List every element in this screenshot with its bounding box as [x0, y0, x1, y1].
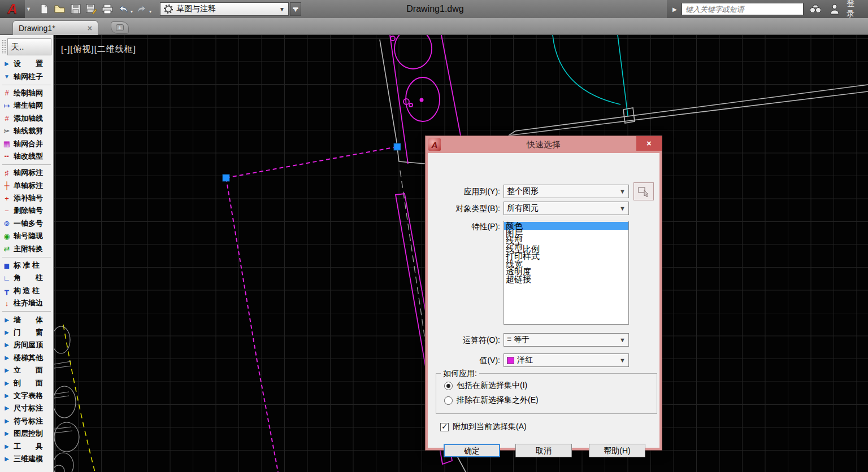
tab-close-icon[interactable]: ×	[88, 24, 92, 33]
sidebar-group-expand-down-arrow[interactable]: ▼轴网柱子	[0, 70, 53, 82]
binoculars-icon	[809, 4, 822, 14]
sidebar-item-corner-column[interactable]: ∟角 柱	[0, 272, 53, 284]
undo-history-caret[interactable]: ▾	[131, 9, 133, 14]
selected-dashed-polyline[interactable]	[226, 178, 278, 472]
sidebar-item-construction-column[interactable]: ┳构 造 柱	[0, 285, 53, 297]
sidebar-item-single-axis-dimension[interactable]: ┼单轴标注	[0, 180, 53, 192]
select-objects-button[interactable]	[633, 182, 654, 200]
new-tab-button[interactable]: +	[111, 21, 129, 34]
property-option[interactable]: 颜色	[504, 222, 628, 230]
undo-arrow-icon	[118, 4, 129, 14]
checkbox-icon[interactable]	[440, 423, 449, 431]
append-selection-label: 附加到当前选择集(A)	[453, 422, 527, 432]
plant-lines	[54, 392, 69, 398]
app-menu-button[interactable]: A	[0, 0, 25, 18]
sidebar-item-primary-secondary-convert[interactable]: ⇄主附转换	[0, 242, 53, 255]
save-as-button[interactable]	[84, 2, 99, 16]
wall-hidden-line	[400, 171, 428, 362]
object-type-combo[interactable]: 所有图元 ▼	[504, 202, 629, 215]
save-as-icon	[86, 4, 97, 14]
object-type-label: 对象类型(B):	[431, 202, 500, 215]
sidebar-item-label: 三维建模	[14, 454, 43, 464]
property-option[interactable]: 图层	[504, 230, 628, 238]
palette-grip-icon[interactable]	[2, 40, 6, 54]
open-file-button[interactable]	[53, 2, 67, 16]
sidebar-item-axis-number-visibility[interactable]: ◉轴号隐现	[0, 230, 53, 242]
cancel-button[interactable]: 取消	[515, 444, 572, 457]
sidebar-item-clip-axis-line[interactable]: ✂轴线裁剪	[0, 125, 53, 137]
sidebar-item-wall-generate-grid[interactable]: ↦墙生轴网	[0, 99, 53, 112]
how-apply-option[interactable]: 包括在新选择集中(I)	[444, 381, 527, 391]
tab-drawing1[interactable]: Drawing1* ×	[12, 20, 98, 35]
sidebar-group-expand-right-arrow[interactable]: ▶符号标注	[0, 415, 53, 427]
sidebar-item-delete-axis-number[interactable]: −删除轴号	[0, 204, 53, 217]
account-button[interactable]	[827, 2, 842, 16]
sidebar-group-expand-right-arrow[interactable]: ▶文字表格	[0, 390, 53, 402]
grip-handle[interactable]	[394, 143, 401, 150]
sidebar-item-draw-axis-grid[interactable]: #绘制轴网	[0, 87, 53, 99]
search-button[interactable]	[808, 2, 823, 16]
sidebar-group-expand-right-arrow[interactable]: ▶立 面	[0, 364, 53, 377]
help-button[interactable]: 帮助(H)	[589, 444, 645, 457]
sidebar-group-expand-right-arrow[interactable]: ▶尺寸标注	[0, 402, 53, 414]
sidebar-item-add-axis-number[interactable]: +添补轴号	[0, 192, 53, 204]
append-selection-checkbox-row[interactable]: 附加到当前选择集(A)	[440, 422, 527, 432]
sidebar-item-merge-axis-grid[interactable]: ▦轴网合并	[0, 137, 53, 150]
wall-line-outer	[509, 91, 868, 136]
magenta-node-top	[390, 36, 395, 41]
apply-to-combo[interactable]: 整个图形 ▼	[504, 185, 629, 198]
plus-icon: +	[116, 24, 124, 31]
save-button[interactable]	[68, 2, 83, 16]
selected-dashed-segment[interactable]	[226, 147, 397, 178]
radio-icon[interactable]	[444, 396, 453, 405]
properties-listbox[interactable]: 颜色图层线型线型比例打印样式线宽透明度超链接	[504, 221, 629, 325]
new-file-button[interactable]	[37, 2, 51, 16]
sidebar-item-multi-axis-number[interactable]: ⊚一轴多号	[0, 217, 53, 230]
redo-history-caret[interactable]: ▾	[149, 9, 151, 14]
app-menu-caret-icon[interactable]: ▼	[26, 6, 31, 12]
sidebar-group-expand-right-arrow[interactable]: ▶墙 体	[0, 313, 53, 326]
sidebar-group-expand-right-arrow[interactable]: ▶楼梯其他	[0, 352, 53, 364]
sidebar-group-expand-right-arrow[interactable]: ▶工 具	[0, 440, 53, 452]
sidebar-group-expand-right-arrow[interactable]: ▶图层控制	[0, 427, 53, 440]
dialog-close-button[interactable]: ×	[636, 136, 662, 151]
sidebar-item-column-align-wall[interactable]: ↓柱齐墙边	[0, 297, 53, 309]
infocenter-expand-icon[interactable]: ▶	[672, 6, 677, 12]
sidebar-item-label: 轴网标注	[14, 168, 43, 178]
property-option[interactable]: 打印样式	[504, 252, 628, 260]
sidebar-item-axis-grid-dimension[interactable]: ♯轴网标注	[0, 167, 53, 179]
plot-button[interactable]	[100, 2, 115, 16]
redo-button[interactable]	[134, 2, 149, 16]
ok-button[interactable]: 确定	[444, 444, 500, 457]
sidebar-group-expand-right-arrow[interactable]: ▶房间屋顶	[0, 339, 53, 351]
how-apply-title: 如何应用:	[441, 369, 479, 379]
operator-combo[interactable]: = 等于 ▼	[504, 333, 629, 347]
expand-right-arrow-icon: ▶	[0, 61, 14, 67]
sidebar-item-label: 楼梯其他	[14, 353, 43, 363]
search-input[interactable]	[682, 3, 804, 15]
sidebar-group-expand-right-arrow[interactable]: ▶设 置	[0, 58, 53, 70]
dialog-titlebar[interactable]: A 快速选择	[426, 136, 662, 153]
object-type-value: 所有图元	[507, 203, 539, 213]
radio-icon[interactable]	[444, 382, 453, 390]
sidebar-item-add-axis-line[interactable]: #添加轴线	[0, 112, 53, 125]
expand-right-arrow-icon: ▶	[0, 456, 14, 462]
expand-right-arrow-icon: ▶	[0, 342, 14, 348]
toolbar-overflow-button[interactable]: ▬▼	[290, 2, 301, 16]
sidebar-group-expand-right-arrow[interactable]: ▶剖 面	[0, 377, 53, 389]
sidebar-group-expand-right-arrow[interactable]: ▶门 窗	[0, 326, 53, 339]
login-link[interactable]: 登录	[847, 0, 862, 19]
sidebar-item-axis-linetype[interactable]: ╍轴改线型	[0, 150, 53, 163]
radio-label: 排除在新选择集之外(E)	[457, 395, 539, 405]
how-apply-option[interactable]: 排除在新选择集之外(E)	[444, 395, 539, 405]
undo-button[interactable]	[116, 2, 131, 16]
property-option[interactable]: 超链接	[504, 276, 628, 283]
sidebar-item-label: 工 具	[14, 442, 43, 452]
palette-header[interactable]: 天..	[2, 38, 51, 55]
value-combo[interactable]: 洋红 ▼	[504, 353, 629, 367]
workspace-switcher[interactable]: 草图与注释 ▼	[160, 2, 289, 16]
grip-handle[interactable]	[223, 174, 229, 181]
wall-line-diagonal	[380, 40, 397, 146]
sidebar-group-expand-right-arrow[interactable]: ▶三维建模	[0, 453, 53, 465]
sidebar-item-standard-column[interactable]: ◼标 准 柱	[0, 259, 53, 272]
